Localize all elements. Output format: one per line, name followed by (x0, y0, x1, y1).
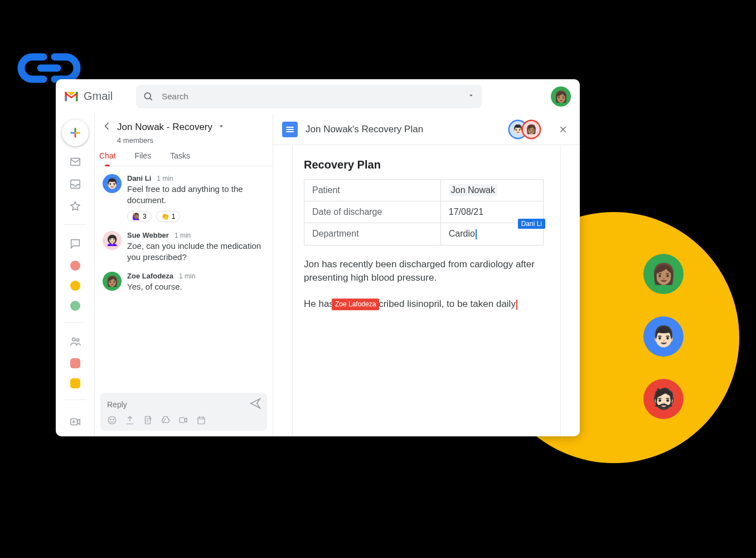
space-sq-amber[interactable] (70, 378, 80, 388)
reaction-count: 3 (143, 213, 147, 220)
account-avatar[interactable]: 👩🏽 (551, 86, 571, 107)
people-icon[interactable] (69, 335, 82, 348)
msg-time: 1 min (157, 175, 173, 182)
avatar: 👩🏽 (103, 272, 122, 291)
emoji-icon[interactable] (107, 415, 117, 427)
tab-tasks[interactable]: Tasks (170, 151, 190, 166)
doc-paragraph: Jon has recently been discharged from ca… (304, 258, 558, 285)
collab-avatar[interactable]: 👩🏽 (523, 121, 540, 138)
compose-button[interactable] (62, 119, 89, 146)
chat-message: 👨🏻 Dani Li 1 min Feel free to add anythi… (103, 174, 265, 222)
page-edge (560, 145, 561, 436)
gmail-window: Gmail 👩🏽 (56, 79, 580, 436)
svg-point-11 (110, 419, 112, 420)
doc-paragraph: He has been prescribed lisinopril, to be… (304, 297, 558, 311)
topbar: Gmail 👩🏽 (56, 79, 580, 114)
google-docs-icon (282, 122, 298, 137)
svg-point-3 (145, 93, 151, 99)
msg-author: Dani Li (127, 174, 151, 182)
search-icon (143, 91, 154, 102)
reaction[interactable]: 👏 1 (156, 211, 181, 222)
decor-avatar-3: 🧔🏻 (643, 379, 684, 419)
doc-title: Jon Nowak's Recovery Plan (306, 124, 423, 135)
chat-panel: Jon Nowak - Recovery 4 members Chat File… (95, 114, 273, 436)
video-icon[interactable] (178, 415, 188, 427)
svg-rect-14 (180, 418, 185, 423)
table-row: Patient Jon Nowak (304, 180, 544, 201)
chat-message: 👩🏻‍🦱 Sue Webber 1 min Zoe, can you inclu… (103, 231, 265, 263)
info-table: Patient Jon Nowak Date of discharge 17/0… (304, 179, 544, 246)
collab-cursor-blue (476, 229, 477, 239)
space-dot-red[interactable] (70, 261, 80, 271)
reply-input[interactable] (107, 400, 249, 409)
reaction[interactable]: 🙋🏽‍♀️ 3 (127, 211, 152, 222)
msg-text: Feel free to add anything to the documen… (127, 184, 265, 206)
cell-label: Date of discharge (304, 201, 441, 223)
drive-icon[interactable] (161, 415, 171, 427)
cell-label: Patient (304, 180, 441, 201)
gmail-icon (64, 90, 79, 103)
search-input[interactable] (162, 92, 459, 101)
reaction-count: 1 (172, 213, 176, 220)
space-dot-green[interactable] (70, 301, 80, 311)
svg-point-10 (108, 416, 116, 424)
star-icon[interactable] (69, 200, 82, 213)
table-row: Date of discharge 17/08/21 (304, 201, 544, 223)
back-icon[interactable] (101, 121, 113, 134)
cell-label: Department (304, 223, 441, 246)
msg-text: Yes, of course. (127, 281, 195, 292)
chat-message: 👩🏽 Zoe Lafodeza 1 min Yes, of course. (103, 272, 265, 292)
svg-point-7 (72, 338, 75, 341)
avatar: 👨🏻 (103, 174, 122, 193)
inbox-icon[interactable] (69, 177, 82, 191)
docs-attach-icon[interactable] (143, 415, 153, 427)
doc-panel: Jon Nowak's Recovery Plan 👨🏻 👩🏽 Recovery… (273, 114, 580, 436)
tab-files[interactable]: Files (135, 151, 152, 166)
send-icon[interactable] (249, 397, 261, 412)
svg-line-4 (150, 98, 152, 100)
reaction-emoji: 👏 (161, 213, 169, 220)
meet-icon[interactable] (69, 415, 82, 429)
doc-heading: Recovery Plan (304, 158, 558, 171)
upload-icon[interactable] (125, 415, 135, 427)
doc-body[interactable]: Recovery Plan Patient Jon Nowak Date of … (273, 145, 580, 436)
left-rail (56, 114, 95, 436)
chat-title-dropdown-icon[interactable] (217, 122, 226, 133)
svg-rect-15 (198, 417, 205, 424)
cursor-label: Dani Li (518, 219, 545, 229)
product-name: Gmail (84, 90, 113, 103)
reply-box (100, 393, 267, 431)
tab-chat[interactable]: Chat (99, 151, 116, 166)
search-options-icon[interactable] (467, 92, 475, 102)
space-sq-red[interactable] (70, 358, 80, 368)
svg-point-12 (113, 419, 114, 420)
chat-icon[interactable] (69, 237, 82, 251)
highlighted-text: Jon Nowak (449, 184, 497, 196)
svg-point-8 (76, 339, 79, 341)
gmail-logo[interactable]: Gmail (64, 90, 113, 103)
svg-rect-6 (70, 180, 80, 189)
chat-title: Jon Nowak - Recovery (117, 122, 212, 133)
msg-author: Sue Webber (127, 231, 169, 239)
doc-collaborators: 👨🏻 👩🏽 (510, 121, 540, 138)
cell-text: Cardio (449, 229, 475, 238)
cell-value: Jon Nowak (440, 180, 543, 201)
calendar-icon[interactable] (196, 415, 206, 427)
page-edge (292, 145, 293, 436)
msg-text: Zoe, can you include the medication you … (127, 240, 265, 263)
search-bar[interactable] (136, 85, 482, 108)
msg-time: 1 min (175, 232, 191, 239)
cell-value: Cardio Dani Li (440, 223, 543, 246)
mail-icon[interactable] (69, 155, 82, 169)
space-dot-amber[interactable] (70, 281, 80, 291)
msg-time: 1 min (179, 272, 195, 280)
cursor-label: Zoe Lafodeza (332, 299, 379, 310)
collab-cursor-red (516, 300, 517, 310)
table-row: Department Cardio Dani Li (304, 223, 544, 246)
avatar: 👩🏻‍🦱 (103, 231, 122, 250)
chat-subtitle: 4 members (117, 136, 266, 145)
chat-tabs: Chat Files Tasks (95, 145, 273, 166)
decor-avatar-1: 👩🏽 (643, 254, 684, 294)
decor-avatar-2: 👨🏻 (643, 316, 684, 357)
close-icon[interactable] (555, 122, 571, 137)
